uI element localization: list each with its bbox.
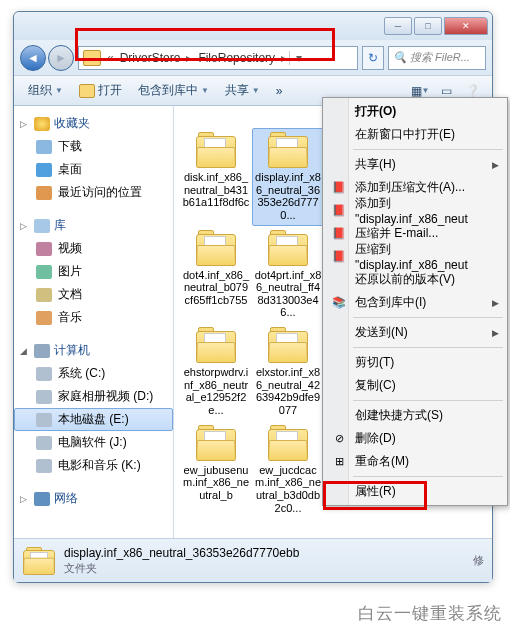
status-bar: display.inf_x86_neutral_36353e26d7770ebb… — [14, 538, 492, 582]
breadcrumb-seg[interactable]: FileRepository — [194, 51, 279, 65]
picture-icon — [36, 265, 52, 279]
organize-menu[interactable]: 组织 ▼ — [22, 80, 69, 101]
sidebar-item-downloads[interactable]: 下载 — [14, 135, 173, 158]
archive-icon: 📕 — [331, 226, 347, 242]
recent-icon — [36, 186, 52, 200]
folder-label: dot4prt.inf_x86_neutral_ff48d313003e46..… — [254, 269, 322, 320]
cm-zip-to[interactable]: 📕压缩到 "display.inf_x86_neut — [325, 245, 505, 268]
toolbar-label: 共享 — [225, 82, 249, 99]
cm-include[interactable]: 📚包含到库中(I)▶ — [325, 291, 505, 314]
sidebar-item-video[interactable]: 视频 — [14, 237, 173, 260]
sidebar-item-drive-j[interactable]: 电脑软件 (J:) — [14, 431, 173, 454]
breadcrumb[interactable]: « DriverStore ▸ FileRepository ▸ ▾ — [78, 46, 358, 70]
include-library-menu[interactable]: 包含到库中 ▼ — [132, 80, 215, 101]
cm-properties[interactable]: 属性(R) — [325, 480, 505, 503]
watermark-text: 白云一键重装系统 — [358, 602, 502, 625]
sidebar-item-drive-k[interactable]: 电影和音乐 (K:) — [14, 454, 173, 477]
nav-pane: ▷收藏夹 下载 桌面 最近访问的位置 ▷库 视频 图片 文档 音乐 ◢计算机 系… — [14, 106, 174, 582]
chevron-down-icon: ▼ — [201, 86, 209, 95]
sidebar-item-drive-d[interactable]: 家庭相册视频 (D:) — [14, 385, 173, 408]
cm-restore[interactable]: 还原以前的版本(V) — [325, 268, 505, 291]
folder-icon — [266, 230, 310, 266]
search-placeholder: 搜索 FileR... — [410, 50, 470, 65]
libraries-group[interactable]: ▷库 — [14, 214, 173, 237]
share-menu[interactable]: 共享 ▼ — [219, 80, 266, 101]
cm-open[interactable]: 打开(O) — [325, 100, 505, 123]
favorites-group[interactable]: ▷收藏夹 — [14, 112, 173, 135]
cm-cut[interactable]: 剪切(T) — [325, 351, 505, 374]
folder-item[interactable]: x86_neut... — [180, 112, 252, 122]
cm-shortcut[interactable]: 创建快捷方式(S) — [325, 404, 505, 427]
folder-item[interactable]: ehstorpwdrv.inf_x86_neutral_e12952f2e... — [180, 323, 252, 421]
folder-icon — [266, 327, 310, 363]
computer-icon — [34, 344, 50, 358]
library-icon — [34, 219, 50, 233]
folder-item[interactable]: i_x86_neu... — [252, 112, 324, 122]
folder-label: elxstor.inf_x86_neutral_4263942b9dfe9077 — [254, 366, 322, 417]
folder-label: disk.inf_x86_neutral_b431b61a11f8df6c — [182, 171, 250, 209]
cm-send-to[interactable]: 发送到(N)▶ — [325, 321, 505, 344]
toolbar-label: 打开 — [98, 82, 122, 99]
archive-icon: 📕 — [331, 203, 347, 219]
cm-add-to[interactable]: 📕添加到 "display.inf_x86_neut — [325, 199, 505, 222]
folder-item[interactable]: ew_jubusenum.inf_x86_neutral_b — [180, 421, 252, 519]
cm-delete[interactable]: ⊘删除(D) — [325, 427, 505, 450]
folder-icon — [194, 132, 238, 168]
sidebar-item-drive-e[interactable]: 本地磁盘 (E:) — [14, 408, 173, 431]
maximize-button[interactable]: □ — [414, 17, 442, 35]
folder-item[interactable]: dot4prt.inf_x86_neutral_ff48d313003e46..… — [252, 226, 324, 324]
folder-icon — [266, 132, 310, 168]
network-group[interactable]: ▷网络 — [14, 487, 173, 510]
network-icon — [34, 492, 50, 506]
folder-label: display.inf_x86_neutral_36353e26d7770... — [254, 171, 322, 222]
sidebar-item-drive-c[interactable]: 系统 (C:) — [14, 362, 173, 385]
cm-copy[interactable]: 复制(C) — [325, 374, 505, 397]
folder-item-selected[interactable]: display.inf_x86_neutral_36353e26d7770... — [252, 128, 324, 226]
sidebar-item-documents[interactable]: 文档 — [14, 283, 173, 306]
chevron-right-icon: ▶ — [492, 328, 499, 338]
open-button[interactable]: 打开 — [73, 80, 128, 101]
folder-item[interactable]: elxstor.inf_x86_neutral_4263942b9dfe9077 — [252, 323, 324, 421]
folder-icon — [194, 327, 238, 363]
sidebar-item-music[interactable]: 音乐 — [14, 306, 173, 329]
refresh-button[interactable]: ↻ — [362, 46, 384, 70]
chevron-right-icon: ▸ — [279, 51, 289, 65]
title-bar: ─ □ ✕ — [14, 12, 492, 40]
breadcrumb-seg[interactable]: DriverStore — [116, 51, 185, 65]
context-menu: 打开(O) 在新窗口中打开(E) 共享(H)▶ 📕添加到压缩文件(A)... 📕… — [322, 97, 508, 506]
breadcrumb-chevron[interactable]: « — [105, 51, 116, 65]
chevron-down-icon: ▼ — [252, 86, 260, 95]
folder-icon — [194, 230, 238, 266]
open-icon — [79, 84, 95, 98]
chevron-down-icon: ▼ — [55, 86, 63, 95]
address-bar-row: ◄ ► « DriverStore ▸ FileRepository ▸ ▾ ↻… — [14, 40, 492, 76]
close-button[interactable]: ✕ — [444, 17, 488, 35]
sidebar-item-recent[interactable]: 最近访问的位置 — [14, 181, 173, 204]
computer-group[interactable]: ◢计算机 — [14, 339, 173, 362]
breadcrumb-dropdown[interactable]: ▾ — [289, 51, 307, 65]
folder-icon — [266, 425, 310, 461]
search-input[interactable]: 🔍 搜索 FileR... — [388, 46, 486, 70]
cm-share[interactable]: 共享(H)▶ — [325, 153, 505, 176]
status-date-label: 修 — [473, 553, 484, 568]
sidebar-item-desktop[interactable]: 桌面 — [14, 158, 173, 181]
chevron-right-icon: ▶ — [492, 160, 499, 170]
chevron-right-icon: ▸ — [184, 51, 194, 65]
minimize-button[interactable]: ─ — [384, 17, 412, 35]
folder-icon — [194, 425, 238, 461]
cm-rename[interactable]: ⊞重命名(M) — [325, 450, 505, 473]
drive-icon — [36, 459, 52, 473]
cm-new-window[interactable]: 在新窗口中打开(E) — [325, 123, 505, 146]
drive-icon — [36, 413, 52, 427]
nav-back-button[interactable]: ◄ — [20, 45, 46, 71]
toolbar-overflow[interactable]: » — [270, 82, 289, 100]
nav-forward-button[interactable]: ► — [48, 45, 74, 71]
folder-item[interactable]: dot4.inf_x86_neutral_b079cf65ff1cb755 — [180, 226, 252, 324]
delete-icon: ⊘ — [331, 431, 347, 447]
document-icon — [36, 288, 52, 302]
toolbar-label: 包含到库中 — [138, 82, 198, 99]
folder-item[interactable]: ew_jucdcacm.inf_x86_neutral_b3d0db2c0... — [252, 421, 324, 519]
folder-item[interactable]: disk.inf_x86_neutral_b431b61a11f8df6c — [180, 128, 252, 226]
drive-icon — [36, 390, 52, 404]
sidebar-item-pictures[interactable]: 图片 — [14, 260, 173, 283]
